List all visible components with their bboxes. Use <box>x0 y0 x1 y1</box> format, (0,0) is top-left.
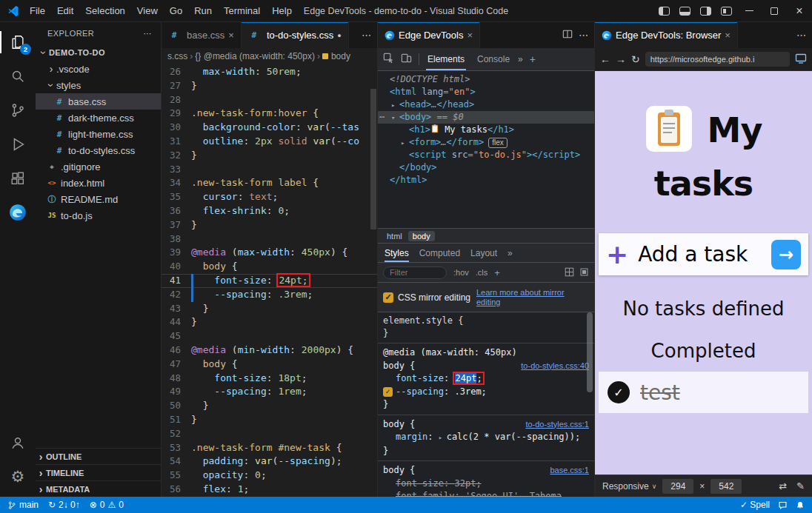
code-line-54[interactable]: 54 padding: var(--spacing); <box>162 455 377 469</box>
search-icon[interactable] <box>0 59 36 93</box>
menu-selection[interactable]: Selection <box>79 0 130 22</box>
device-toolbar-icon[interactable] <box>401 53 412 66</box>
section-outline[interactable]: ›OUTLINE <box>36 448 161 464</box>
css-property[interactable]: font-size: 32pt; <box>383 477 589 491</box>
new-style-rule-button[interactable]: + <box>494 267 500 278</box>
toggle-sidebar-icon[interactable] <box>653 0 674 21</box>
url-bar[interactable]: https://microsoftedge.github.i <box>645 52 790 67</box>
menu-edit[interactable]: Edit <box>51 0 79 22</box>
code-area[interactable]: 26 max-width: 50rem;27}2829.new-task-for… <box>162 64 377 497</box>
code-line-45[interactable]: 45 <box>162 329 377 343</box>
tree-item-dark-theme-css[interactable]: #dark-theme.css <box>36 110 161 126</box>
styles-overflow-icon[interactable]: » <box>508 248 513 258</box>
code-line-36[interactable]: 36 flex-shrink: 0; <box>162 204 377 218</box>
code-line-28[interactable]: 28 <box>162 93 377 107</box>
code-line-52[interactable]: 52 <box>162 427 377 441</box>
stylesheet-link[interactable]: to-do-styles.css:1 <box>525 418 589 432</box>
forward-icon[interactable]: → <box>616 53 626 65</box>
back-icon[interactable]: ← <box>600 53 610 65</box>
problems-indicator[interactable]: ⊗ 0 ⚠ 0 <box>90 500 124 510</box>
code-line-53[interactable]: 53.new-task-form #new-task { <box>162 441 377 455</box>
toggle-panel-icon[interactable] <box>674 0 695 21</box>
menu-view[interactable]: View <box>131 0 164 22</box>
code-line-49[interactable]: 49 --spacing: 1rem; <box>162 385 377 399</box>
add-task-label[interactable]: Add a task <box>638 242 771 266</box>
editor-tab-base.css[interactable]: #base.css× <box>162 22 242 48</box>
devtools-more-actions-icon[interactable]: ⋯ <box>579 30 588 41</box>
tool-tab-elements[interactable]: Elements <box>426 48 466 70</box>
styles-tab-computed[interactable]: Computed <box>419 244 460 262</box>
toggle-secondary-sidebar-icon[interactable] <box>695 0 716 21</box>
code-line-43[interactable]: 43 } <box>162 302 377 316</box>
browser-more-actions-icon[interactable]: ⋯ <box>796 30 806 41</box>
swap-dimensions-icon[interactable]: ⇄ <box>779 480 787 492</box>
task-done-checkbox[interactable]: ✓ <box>608 381 630 403</box>
code-line-33[interactable]: 33 <box>162 163 377 177</box>
tree-item-to-do-styles-css[interactable]: #to-do-styles.css <box>36 142 161 158</box>
completed-task-item[interactable]: ✓ test <box>599 372 808 413</box>
close-icon[interactable]: × <box>228 30 234 41</box>
extensions-icon[interactable] <box>0 161 36 195</box>
add-tool-icon[interactable]: + <box>530 53 536 65</box>
code-line-38[interactable]: 38 <box>162 232 377 247</box>
menu-file[interactable]: File <box>24 0 51 22</box>
device-height-input[interactable]: 542 <box>710 479 742 494</box>
spell-check-indicator[interactable]: ✓ Spell <box>740 500 770 510</box>
stylesheet-link[interactable]: base.css:1 <box>550 464 589 477</box>
code-line-39[interactable]: 39@media (max-width: 450px) { <box>162 246 377 260</box>
computed-panel-icon[interactable] <box>579 267 589 278</box>
code-line-41[interactable]: 41 font-size: 24pt; <box>162 274 377 288</box>
tree-item--gitignore[interactable]: ◆.gitignore <box>36 158 161 175</box>
pseudo-state-button[interactable]: :hov <box>453 268 469 277</box>
dom-node[interactable]: <html lang="en"> <box>378 86 594 98</box>
dom-node[interactable]: </html> <box>378 174 594 187</box>
menu-help[interactable]: Help <box>266 0 298 22</box>
dom-crumb-body[interactable]: body <box>408 231 435 241</box>
source-control-icon[interactable] <box>0 93 36 127</box>
section-metadata[interactable]: ›METADATA <box>36 480 161 497</box>
device-width-input[interactable]: 294 <box>662 479 693 494</box>
account-icon[interactable] <box>0 426 36 460</box>
tree-item-demo-to-do[interactable]: ›DEMO-TO-DO <box>36 44 161 61</box>
edge-devtools-activity-icon[interactable] <box>0 195 36 229</box>
sync-indicator[interactable]: ↻ 2↓ 0↑ <box>48 500 80 510</box>
code-line-48[interactable]: 48 font-size: 18pt; <box>162 372 377 386</box>
run-debug-icon[interactable] <box>0 127 36 161</box>
tool-tab-console[interactable]: Console <box>476 48 511 70</box>
flex-badge[interactable]: flex <box>488 138 508 148</box>
tree-item-base-css[interactable]: #base.css <box>36 93 161 110</box>
code-line-34[interactable]: 34.new-task-form label { <box>162 176 377 190</box>
close-icon[interactable]: × <box>467 30 473 41</box>
css-property[interactable]: margin: ▸ calc(2 * var(--spacing)); <box>383 431 589 445</box>
code-line-30[interactable]: 30 background-color: var(--tas <box>162 121 377 135</box>
dom-node[interactable]: ▸<form>…</form>flex <box>378 136 594 149</box>
dom-node[interactable]: ▸<head>…</head> <box>378 98 594 111</box>
code-line-27[interactable]: 27} <box>162 79 377 93</box>
css-property[interactable]: font-family: 'Segoe UI', Tahoma <box>383 490 589 497</box>
tree-item--vscode[interactable]: ›.vscode <box>36 61 161 77</box>
open-devtools-icon[interactable] <box>795 53 807 66</box>
code-line-40[interactable]: 40 body { <box>162 260 377 274</box>
expand-arrow-icon[interactable]: ▸ <box>439 434 447 441</box>
feedback-icon[interactable] <box>778 500 788 510</box>
minimize-button[interactable] <box>736 0 762 21</box>
devtools-tab[interactable]: Edge DevTools × <box>378 22 480 48</box>
mirror-editing-checkbox[interactable]: ✓ <box>383 292 393 303</box>
menu-go[interactable]: Go <box>164 0 188 22</box>
dom-node[interactable]: ⋯▾<body> == $0 <box>378 111 594 124</box>
code-line-32[interactable]: 32} <box>162 149 377 163</box>
tree-item-styles[interactable]: ›styles <box>36 77 161 93</box>
css-property[interactable]: font-size: 24pt; <box>383 372 589 386</box>
code-line-51[interactable]: 51} <box>162 413 377 427</box>
dom-node[interactable]: </body> <box>378 161 594 174</box>
device-edit-icon[interactable]: ✎ <box>796 480 805 492</box>
breadcrumb-item[interactable]: {} @media (max-width: 450px) <box>195 51 315 61</box>
dom-node[interactable]: <script src="to-do.js"></script> <box>378 149 594 161</box>
tree-item-readme-md[interactable]: ⓘREADME.md <box>36 191 161 207</box>
element-style-block[interactable]: element.style { } <box>378 312 594 343</box>
notifications-bell-icon[interactable] <box>796 500 805 510</box>
code-line-26[interactable]: 26 max-width: 50rem; <box>162 65 377 79</box>
tree-item-light-theme-css[interactable]: #light-theme.css <box>36 126 161 142</box>
code-line-55[interactable]: 55 opacity: 0; <box>162 469 377 483</box>
browser-tab[interactable]: Edge DevTools: Browser × <box>595 22 738 48</box>
